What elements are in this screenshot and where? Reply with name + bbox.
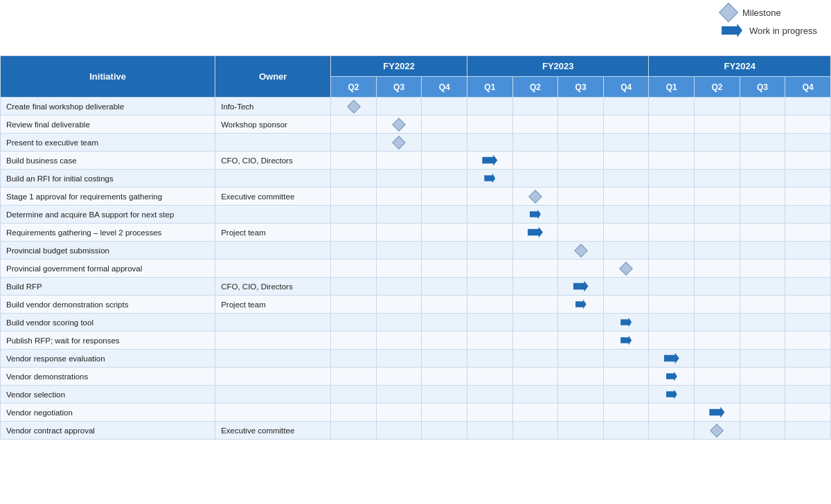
quarter-cell-fy2023_q3 — [558, 224, 604, 242]
legend: Milestone Work in progress — [722, 6, 817, 37]
quarter-cell-fy2022_q2 — [331, 188, 377, 206]
quarter-cell-fy2023_q4 — [603, 278, 649, 296]
quarter-cell-fy2023_q4 — [603, 332, 649, 350]
quarter-cell-fy2023_q3 — [558, 116, 604, 134]
quarter-cell-fy2024_q2 — [695, 278, 740, 296]
quarter-cell-fy2024_q1 — [649, 296, 695, 314]
quarter-cell-fy2023_q2 — [512, 350, 558, 368]
quarter-cell-fy2022_q4 — [422, 350, 467, 368]
initiative-cell: Publish RFP; wait for responses — [1, 332, 215, 350]
quarter-cell-fy2023_q1 — [467, 206, 513, 224]
quarter-cell-fy2023_q1 — [467, 242, 513, 260]
quarter-cell-fy2024_q4 — [785, 368, 831, 386]
quarter-cell-fy2023_q2 — [512, 170, 558, 188]
quarter-cell-fy2023_q1 — [467, 152, 513, 170]
quarter-cell-fy2023_q4 — [603, 116, 649, 134]
quarter-cell-fy2024_q2 — [695, 224, 740, 242]
table-row: Determine and acquire BA support for nex… — [1, 206, 831, 224]
quarter-cell-fy2024_q1 — [649, 242, 695, 260]
owner-cell — [215, 404, 331, 422]
table-row: Build RFPCFO, CIO, Directors — [1, 278, 831, 296]
quarter-cell-fy2024_q3 — [740, 170, 785, 188]
quarter-cell-fy2023_q3 — [558, 98, 604, 116]
quarter-cell-fy2024_q2 — [695, 368, 740, 386]
quarter-cell-fy2024_q4 — [785, 170, 831, 188]
quarter-cell-fy2022_q4 — [422, 260, 467, 278]
quarter-cell-fy2024_q1 — [649, 260, 695, 278]
quarter-cell-fy2024_q3 — [740, 260, 785, 278]
quarter-cell-fy2022_q3 — [376, 278, 422, 296]
wip-small-marker — [620, 336, 632, 345]
quarter-cell-fy2023_q1 — [467, 224, 513, 242]
quarter-cell-fy2022_q2 — [331, 98, 377, 116]
quarter-cell-fy2023_q1 — [467, 314, 513, 332]
quarter-cell-fy2023_q3 — [558, 296, 604, 314]
initiative-cell: Vendor selection — [1, 386, 215, 404]
quarter-cell-fy2024_q1 — [649, 404, 695, 422]
quarter-cell-fy2024_q1 — [649, 386, 695, 404]
quarter-cell-fy2023_q4 — [603, 260, 649, 278]
quarter-cell-fy2023_q3 — [558, 206, 604, 224]
quarter-cell-fy2023_q1 — [467, 134, 513, 152]
year-fy2024: FY2024 — [649, 56, 831, 77]
wip-small-marker — [530, 210, 541, 219]
wip-small-marker — [575, 300, 587, 309]
quarter-cell-fy2024_q1 — [649, 278, 695, 296]
quarter-cell-fy2024_q4 — [785, 404, 831, 422]
initiative-cell: Provincial budget submission — [1, 242, 215, 260]
wip-marker — [664, 353, 679, 364]
quarter-cell-fy2024_q4 — [785, 242, 831, 260]
quarter-cell-fy2024_q1 — [649, 368, 695, 386]
quarter-cell-fy2023_q4 — [603, 422, 649, 440]
quarter-cell-fy2023_q2 — [512, 98, 558, 116]
quarter-cell-fy2023_q1 — [467, 116, 513, 134]
quarter-cell-fy2023_q3 — [558, 134, 604, 152]
initiative-cell: Present to executive team — [1, 134, 215, 152]
quarter-cell-fy2024_q3 — [740, 422, 785, 440]
table-row: Provincial budget submission — [1, 242, 831, 260]
quarter-cell-fy2022_q4 — [422, 332, 467, 350]
initiative-cell: Create final workshop deliverable — [1, 98, 215, 116]
quarter-cell-fy2023_q3 — [558, 350, 604, 368]
quarter-cell-fy2023_q3 — [558, 242, 604, 260]
quarter-cell-fy2023_q1 — [467, 404, 513, 422]
quarter-cell-fy2023_q4 — [603, 386, 649, 404]
quarter-cell-fy2024_q2 — [695, 314, 740, 332]
quarter-cell-fy2022_q4 — [422, 242, 467, 260]
quarter-cell-fy2023_q2 — [512, 152, 558, 170]
initiative-cell: Vendor contract approval — [1, 422, 215, 440]
wip-marker — [482, 155, 497, 166]
table-row: Vendor selection — [1, 386, 831, 404]
initiative-cell: Requirements gathering – level 2 process… — [1, 224, 215, 242]
milestone-marker — [574, 244, 588, 258]
quarter-cell-fy2023_q1 — [467, 260, 513, 278]
owner-cell: Project team — [215, 224, 331, 242]
table-row: Vendor response evaluation — [1, 350, 831, 368]
quarter-cell-fy2024_q3 — [740, 98, 785, 116]
quarter-cell-fy2024_q1 — [649, 116, 695, 134]
quarter-cell-fy2022_q3 — [376, 350, 422, 368]
owner-cell — [215, 314, 331, 332]
quarter-cell-fy2023_q2 — [512, 386, 558, 404]
quarter-cell-fy2023_q3 — [558, 422, 604, 440]
wip-small-marker — [666, 372, 677, 381]
quarter-cell-fy2023_q4 — [603, 404, 649, 422]
quarter-cell-fy2023_q3 — [558, 314, 604, 332]
table-row: Present to executive team — [1, 134, 831, 152]
owner-cell — [215, 206, 331, 224]
legend-wip: Work in progress — [722, 24, 817, 37]
quarter-cell-fy2024_q4 — [785, 350, 831, 368]
quarter-cell-fy2024_q3 — [740, 368, 785, 386]
table-row: Build vendor scoring tool — [1, 314, 831, 332]
quarter-cell-fy2023_q1 — [467, 422, 513, 440]
initiative-cell: Stage 1 approval for requirements gather… — [1, 188, 215, 206]
quarter-cell-fy2024_q3 — [740, 278, 785, 296]
quarter-cell-fy2022_q4 — [422, 98, 467, 116]
quarter-cell-fy2023_q2 — [512, 116, 558, 134]
wip-small-marker — [666, 390, 677, 399]
quarter-cell-fy2024_q3 — [740, 350, 785, 368]
quarter-cell-fy2023_q4 — [603, 98, 649, 116]
quarter-cell-fy2024_q4 — [785, 332, 831, 350]
quarter-cell-fy2023_q2 — [512, 422, 558, 440]
quarter-cell-fy2023_q4 — [603, 152, 649, 170]
